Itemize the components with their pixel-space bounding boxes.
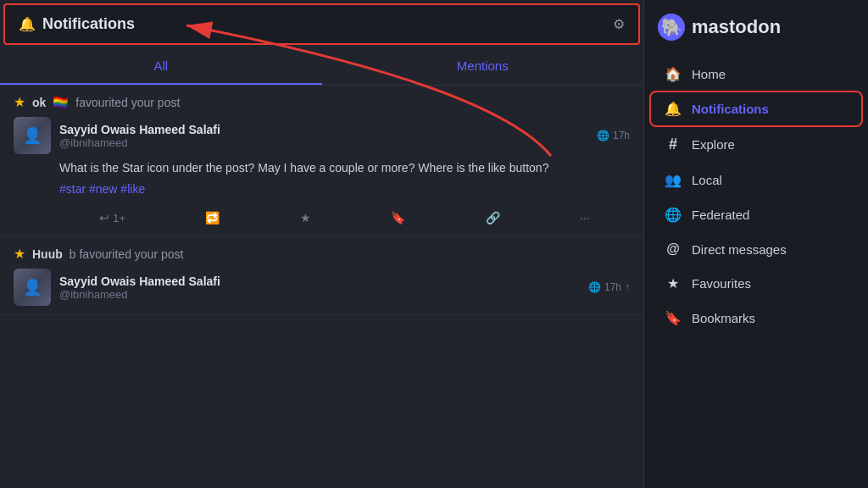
author-name: Sayyid Owais Hameed Salafi <box>59 274 580 288</box>
nav-item-explore[interactable]: # Explore <box>651 127 861 162</box>
more-button[interactable]: ··· <box>573 208 597 228</box>
boost-button[interactable]: 🔁 <box>198 208 226 228</box>
author-name: Sayyid Owais Hameed Salafi <box>59 123 588 136</box>
actor-name: ok <box>32 96 46 109</box>
post-tags: #star #new #like <box>59 182 630 196</box>
nav-item-home[interactable]: 🏠 Home <box>651 58 861 91</box>
tabs-bar: All Mentions <box>0 48 643 86</box>
star-icon: ★ <box>14 94 25 110</box>
bell-nav-icon: 🔔 <box>665 101 682 117</box>
favourites-icon: ★ <box>665 275 682 291</box>
avatar: 👤 <box>14 269 51 306</box>
avatar-image: 👤 <box>14 117 51 154</box>
logo-icon: 🐘 <box>661 17 682 37</box>
post-author-row: 👤 Sayyid Owais Hameed Salafi @ibnihameed… <box>14 269 630 306</box>
author-info: Sayyid Owais Hameed Salafi @ibnihameed <box>59 274 580 301</box>
nav-label-notifications: Notifications <box>692 102 769 116</box>
avatar-image: 👤 <box>14 269 51 306</box>
author-info: Sayyid Owais Hameed Salafi @ibnihameed <box>59 123 588 149</box>
bookmark-button[interactable]: 🔖 <box>384 208 412 228</box>
brand-name: mastodon <box>692 16 781 38</box>
fav-row: ★ ok 🏳️‍🌈 favourited your post <box>14 94 630 110</box>
filter-icon[interactable]: ⚙ <box>613 16 625 32</box>
notifications-feed: ★ ok 🏳️‍🌈 favourited your post 👤 Sayyid … <box>0 86 643 488</box>
nav-item-bookmarks[interactable]: 🔖 Bookmarks <box>651 302 861 335</box>
mastodon-logo: 🐘 <box>658 14 685 41</box>
nav-label-favourites: Favourites <box>692 276 751 291</box>
home-icon: 🏠 <box>665 66 682 82</box>
author-handle: @ibnihameed <box>59 136 588 149</box>
dm-icon: @ <box>665 241 682 257</box>
nav-item-local[interactable]: 👥 Local <box>651 164 861 197</box>
globe-icon: 🌐 <box>597 130 609 141</box>
globe-icon: 🌐 <box>588 281 601 293</box>
nav-item-federated[interactable]: 🌐 Federated <box>651 198 861 231</box>
nav-item-direct-messages[interactable]: @ Direct messages <box>651 233 861 265</box>
nav-label-local: Local <box>692 173 722 187</box>
post-author-row: 👤 Sayyid Owais Hameed Salafi @ibnihameed… <box>14 117 630 154</box>
post-content: What is the Star icon under the post? Ma… <box>59 159 630 177</box>
post-time: 🌐 17h ↑ <box>588 281 630 293</box>
header-title-group: 🔔 Notifications <box>19 15 135 33</box>
post-actions: ↩ 1+ 🔁 ★ 🔖 🔗 ··· <box>14 202 630 233</box>
bookmarks-icon: 🔖 <box>665 310 682 326</box>
left-panel: 🔔 Notifications ⚙ All Mentions ★ ok 🏳️‍🌈… <box>0 0 644 488</box>
favourite-button[interactable]: ★ <box>293 208 318 228</box>
action-text: b favourited your post <box>70 247 184 261</box>
notifications-header: 🔔 Notifications ⚙ <box>3 3 640 45</box>
nav-label-bookmarks: Bookmarks <box>692 311 755 325</box>
reply-button[interactable]: ↩ 1+ <box>92 208 132 228</box>
local-icon: 👥 <box>665 172 682 188</box>
bell-icon: 🔔 <box>19 16 36 32</box>
star-icon: ★ <box>14 246 25 262</box>
nav-label-home: Home <box>692 67 726 81</box>
right-panel: 🐘 mastodon 🏠 Home 🔔 Notifications # Expl… <box>644 0 868 488</box>
share-button[interactable]: 🔗 <box>479 208 507 228</box>
brand-header: 🐘 mastodon <box>644 14 868 58</box>
header-title-text: Notifications <box>42 15 135 33</box>
nav-label-federated: Federated <box>692 208 749 222</box>
fav-row: ★ Huub b favourited your post <box>14 246 630 262</box>
hashtag-icon: # <box>665 136 682 153</box>
federated-icon: 🌐 <box>665 207 682 223</box>
avatar: 👤 <box>14 117 51 154</box>
post-time: 🌐 17h <box>597 130 630 141</box>
actor-name: Huub <box>32 247 63 261</box>
nav-item-favourites[interactable]: ★ Favourites <box>651 267 861 300</box>
nav-label-explore: Explore <box>692 137 735 152</box>
tab-all[interactable]: All <box>0 48 322 85</box>
action-text: favourited your post <box>75 96 180 109</box>
notification-item: ★ ok 🏳️‍🌈 favourited your post 👤 Sayyid … <box>0 86 643 237</box>
tab-mentions[interactable]: Mentions <box>322 48 644 85</box>
author-handle: @ibnihameed <box>59 288 580 301</box>
nav-item-notifications[interactable]: 🔔 Notifications <box>651 92 861 125</box>
rainbow-emoji: 🏳️‍🌈 <box>53 95 69 110</box>
notification-item: ★ Huub b favourited your post 👤 Sayyid O… <box>0 237 643 315</box>
nav-label-dm: Direct messages <box>692 242 787 257</box>
